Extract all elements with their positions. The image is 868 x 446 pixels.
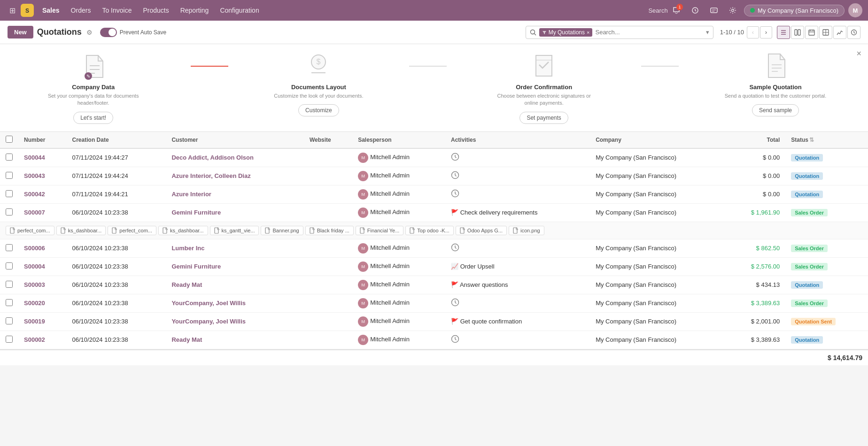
setup-banner-close[interactable]: ×: [856, 49, 861, 59]
record-number[interactable]: S00006: [24, 245, 45, 252]
record-customer[interactable]: YourCompany, Joel Willis: [171, 300, 246, 307]
record-activity[interactable]: [445, 239, 590, 257]
record-activity[interactable]: [445, 167, 590, 185]
nav-orders[interactable]: Orders: [66, 5, 96, 16]
row-checkbox[interactable]: [6, 172, 13, 179]
activity-view-button[interactable]: [847, 26, 860, 39]
nav-to-invoice[interactable]: To Invoice: [97, 5, 136, 16]
my-quotations-filter-tag[interactable]: My Quotations ×: [539, 28, 593, 37]
attachment-chip[interactable]: ks_gantt_vie...: [210, 226, 259, 235]
discuss-icon[interactable]: [706, 3, 721, 18]
record-customer[interactable]: Azure Interior: [171, 191, 211, 198]
company-selector[interactable]: My Company (San Francisco): [744, 5, 845, 16]
row-checkbox[interactable]: [6, 336, 13, 343]
number-column-header[interactable]: Number: [18, 132, 67, 148]
new-button[interactable]: New: [8, 26, 33, 38]
activity-icon[interactable]: [688, 3, 703, 18]
status-sort-icon[interactable]: ⇅: [809, 137, 814, 143]
record-activity[interactable]: [445, 148, 590, 167]
row-checkbox[interactable]: [6, 154, 13, 161]
attachment-chip[interactable]: icon.png: [509, 226, 544, 235]
settings-icon[interactable]: [725, 3, 740, 18]
record-number[interactable]: S00004: [24, 263, 45, 270]
record-number[interactable]: S00043: [24, 172, 45, 179]
toggle-switch[interactable]: [100, 28, 117, 37]
apps-grid-icon[interactable]: ⊞: [6, 4, 19, 17]
prevent-autosave-toggle[interactable]: Prevent Auto Save: [100, 28, 166, 37]
attachment-chip[interactable]: perfect_com...: [6, 226, 54, 235]
row-checkbox[interactable]: [6, 281, 13, 288]
record-activity[interactable]: [445, 331, 590, 349]
row-checkbox[interactable]: [6, 317, 13, 324]
select-all-checkbox[interactable]: [6, 136, 13, 143]
graph-view-button[interactable]: [833, 26, 846, 39]
record-customer[interactable]: Gemini Furniture: [171, 209, 221, 216]
record-number[interactable]: S00007: [24, 209, 45, 216]
calendar-view-button[interactable]: [805, 26, 818, 39]
salesperson-column-header[interactable]: Salesperson: [352, 132, 445, 148]
prev-page-button[interactable]: ‹: [747, 26, 759, 38]
record-number[interactable]: S00020: [24, 300, 45, 307]
activities-column-header[interactable]: Activities: [445, 132, 590, 148]
chat-icon[interactable]: 1: [669, 3, 684, 18]
setup-btn-3[interactable]: Send sample: [752, 104, 799, 116]
nav-sales[interactable]: Sales: [38, 5, 64, 16]
record-activity[interactable]: [445, 185, 590, 203]
setup-step-sample-quotation: Sample Quotation Send a quotation to tes…: [725, 52, 826, 116]
record-activity[interactable]: 📈 Order Upsell: [445, 257, 590, 276]
customer-column-header[interactable]: Customer: [166, 132, 304, 148]
nav-products[interactable]: Products: [138, 5, 173, 16]
record-number[interactable]: S00044: [24, 154, 45, 161]
app-logo[interactable]: S: [21, 4, 34, 17]
search-dropdown-arrow[interactable]: ▾: [706, 29, 709, 36]
record-number[interactable]: S00002: [24, 336, 45, 343]
website-column-header[interactable]: Website: [304, 132, 352, 148]
attachment-chip[interactable]: ks_dashboar...: [158, 226, 208, 235]
select-all-header[interactable]: [0, 132, 18, 148]
record-customer[interactable]: Azure Interior, Colleen Diaz: [171, 172, 250, 179]
record-number[interactable]: S00003: [24, 281, 45, 288]
record-activity[interactable]: 🚩 Answer questions: [445, 276, 590, 294]
attachment-chip[interactable]: ks_dashboar...: [56, 226, 106, 235]
total-column-header[interactable]: Total: [726, 132, 785, 148]
record-customer[interactable]: Ready Mat: [171, 336, 202, 343]
nav-reporting[interactable]: Reporting: [176, 5, 214, 16]
record-number[interactable]: S00042: [24, 191, 45, 198]
record-number[interactable]: S00019: [24, 318, 45, 325]
kanban-view-button[interactable]: [791, 26, 804, 39]
user-avatar[interactable]: M: [848, 3, 862, 17]
row-checkbox[interactable]: [6, 299, 13, 306]
company-column-header[interactable]: Company: [590, 132, 726, 148]
settings-gear-icon[interactable]: ⚙: [86, 29, 93, 36]
attachment-chip[interactable]: Odoo Apps G...: [456, 226, 507, 235]
record-activity[interactable]: [445, 294, 590, 312]
record-activity[interactable]: 🚩 Check delivery requirements: [445, 203, 590, 222]
setup-btn-1[interactable]: Customize: [298, 104, 339, 116]
attachment-chip[interactable]: Banner.png: [261, 226, 303, 235]
record-activity[interactable]: 🚩 Get quote confirmation: [445, 312, 590, 331]
setup-btn-0[interactable]: Let's start!: [73, 112, 113, 124]
nav-configuration[interactable]: Configuration: [215, 5, 264, 16]
list-view-button[interactable]: [777, 26, 790, 39]
attachment-chip[interactable]: perfect_com...: [108, 226, 156, 235]
attachment-chip[interactable]: Top odoo -K...: [405, 226, 454, 235]
search-nav-icon[interactable]: Search: [650, 3, 665, 18]
search-input[interactable]: [595, 29, 703, 36]
attachment-chip[interactable]: Black friday ...: [305, 226, 354, 235]
setup-btn-2[interactable]: Set payments: [519, 112, 568, 124]
pivot-view-button[interactable]: [819, 26, 832, 39]
row-checkbox[interactable]: [6, 244, 13, 251]
record-customer[interactable]: YourCompany, Joel Willis: [171, 318, 246, 325]
record-customer[interactable]: Lumber Inc: [171, 245, 204, 252]
attachment-chip[interactable]: Financial Ye...: [356, 226, 404, 235]
row-checkbox[interactable]: [6, 262, 13, 269]
record-customer[interactable]: Gemini Furniture: [171, 263, 221, 270]
next-page-button[interactable]: ›: [760, 26, 772, 38]
status-column-header[interactable]: Status ⇅: [785, 132, 868, 148]
row-checkbox[interactable]: [6, 208, 13, 215]
record-customer[interactable]: Deco Addict, Addison Olson: [171, 154, 254, 161]
filter-close-button[interactable]: ×: [587, 30, 589, 35]
record-customer[interactable]: Ready Mat: [171, 281, 202, 288]
creation-date-column-header[interactable]: Creation Date: [67, 132, 166, 148]
row-checkbox[interactable]: [6, 190, 13, 197]
